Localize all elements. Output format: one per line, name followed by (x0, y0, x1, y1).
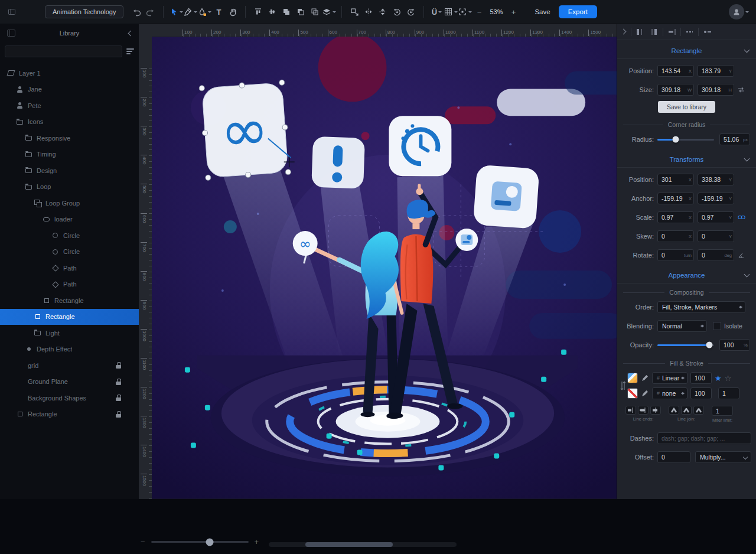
canvas-object-infinity-card[interactable]: ∞ (202, 82, 292, 177)
text-tool-button[interactable]: T (211, 4, 226, 19)
sidebar-toggle-icon[interactable] (5, 4, 19, 19)
lock-icon[interactable] (116, 395, 121, 401)
offset-field[interactable]: 0 (657, 451, 690, 463)
lock-icon[interactable] (116, 379, 121, 385)
layer-row-circle[interactable]: Circle (0, 227, 139, 244)
number-field[interactable]: 143.54X (657, 65, 694, 77)
sort-icon[interactable] (126, 48, 134, 54)
panel-expand-icon[interactable] (621, 29, 627, 35)
join-bevel-button[interactable] (693, 406, 704, 415)
favorite-star-icon[interactable]: ★ (715, 374, 722, 382)
stroke-preset-3-button[interactable] (666, 27, 677, 37)
canvas-object-exclamation-card[interactable] (311, 136, 365, 189)
grid-toggle-button[interactable] (444, 4, 458, 19)
align-middle-button[interactable] (265, 4, 279, 19)
fill-tool-button[interactable] (197, 4, 211, 19)
radius-field[interactable]: 51.06 px (719, 133, 750, 145)
select-tool-button[interactable] (169, 4, 183, 19)
number-field[interactable]: -159.19X (657, 193, 694, 204)
rotate-ccw-icon[interactable] (390, 4, 404, 19)
canvas-area[interactable]: 1002003004005006007008009001000110012001… (139, 24, 617, 499)
number-field[interactable]: 338.38Y (698, 174, 734, 185)
number-field[interactable]: 0Y (698, 230, 734, 242)
layer-row-loop[interactable]: Loop (0, 179, 139, 195)
zoom-in-button[interactable]: + (506, 4, 520, 19)
layer-row-design[interactable]: Design (0, 162, 139, 179)
boolean-subtract-button[interactable] (294, 4, 308, 19)
search-input[interactable] (5, 45, 122, 57)
cap-butt-button[interactable] (625, 406, 636, 415)
number-field[interactable]: 0.97X (657, 211, 694, 223)
miter-limit-field[interactable]: 1 (712, 406, 733, 416)
zoom-level-button[interactable]: 53% (486, 4, 506, 19)
fit-view-button[interactable] (458, 4, 472, 19)
zoom-in-small-button[interactable]: + (255, 537, 259, 546)
number-field[interactable]: 183.79Y (698, 65, 734, 77)
number-field[interactable]: 0deg (698, 249, 734, 261)
isolate-checkbox[interactable] (713, 322, 721, 330)
section-rectangle-header[interactable]: Rectangle (617, 43, 756, 59)
layer-row-layer-1[interactable]: Layer 1 (0, 65, 139, 82)
zoom-out-button[interactable]: − (472, 4, 486, 19)
zoom-out-small-button[interactable]: − (141, 537, 145, 546)
layer-row-pete[interactable]: Pete (0, 97, 139, 114)
save-to-library-button[interactable]: Save to library (658, 101, 715, 113)
stroke-preset-2-button[interactable] (649, 27, 660, 37)
section-appearance-header[interactable]: Appearance (617, 267, 756, 283)
reorder-icon[interactable] (619, 370, 627, 401)
undo-icon[interactable] (129, 4, 144, 19)
hand-tool-button[interactable] (226, 4, 240, 19)
offset-mode-dropdown[interactable]: Multiply... (695, 451, 751, 463)
layer-row-ground-plane[interactable]: Ground Plane (0, 374, 139, 390)
number-field[interactable]: 0turn (657, 249, 694, 261)
pen-tool-button[interactable] (183, 4, 197, 19)
canvas-object-clock-card[interactable] (389, 116, 451, 176)
stroke-preset-5-button[interactable] (702, 27, 713, 37)
align-top-button[interactable] (251, 4, 265, 19)
join-round-button[interactable] (681, 406, 692, 415)
cap-round-button[interactable] (638, 406, 649, 415)
section-transforms-header[interactable]: Transforms (617, 151, 756, 168)
layer-row-rectangle[interactable]: Rectangle (0, 292, 139, 309)
stroke-opacity-field[interactable]: 100 (690, 387, 712, 399)
layer-row-responsive[interactable]: Responsive (0, 130, 139, 146)
layer-row-rectangle[interactable]: Rectangle (0, 406, 139, 423)
fill-swatch[interactable] (627, 373, 638, 383)
number-field[interactable]: 0.97Y (698, 211, 734, 223)
fill-type-dropdown[interactable]: # Linear (652, 372, 687, 384)
bottom-zoom-slider[interactable] (151, 541, 249, 543)
number-field[interactable]: -159.19Y (698, 193, 734, 204)
blending-dropdown[interactable]: Normal (657, 320, 707, 332)
layer-row-background-shapes[interactable]: Background Shapes (0, 390, 139, 406)
layer-row-path[interactable]: Path (0, 260, 139, 276)
rotate-icon[interactable] (736, 252, 747, 259)
edit-stroke-icon[interactable] (641, 390, 649, 397)
scrollbar-thumb[interactable] (305, 542, 393, 547)
dashes-input[interactable] (657, 432, 751, 444)
lock-icon[interactable] (116, 362, 121, 369)
artboard-canvas[interactable]: ∞ (152, 37, 617, 499)
fill-opacity-field[interactable]: 100 (690, 372, 712, 384)
artboard[interactable]: ∞ (152, 37, 617, 499)
zoom-slider-knob[interactable] (206, 538, 213, 546)
boolean-union-button[interactable] (279, 4, 294, 19)
layer-row-jane[interactable]: Jane (0, 82, 139, 98)
link-icon[interactable] (736, 215, 747, 220)
opacity-slider[interactable] (657, 344, 714, 346)
number-field[interactable]: 301X (657, 174, 694, 185)
lock-icon[interactable] (116, 411, 121, 418)
save-button[interactable]: Save (530, 5, 555, 18)
layer-row-loop-group[interactable]: Loop Group (0, 195, 139, 211)
radius-slider[interactable] (657, 139, 714, 141)
layer-row-light[interactable]: Light (0, 325, 139, 341)
sync-icon[interactable] (736, 87, 747, 93)
rotate-cw-icon[interactable] (404, 4, 418, 19)
account-menu[interactable] (729, 4, 749, 19)
star-outline-icon[interactable]: ☆ (725, 374, 732, 382)
number-field[interactable]: 309.18W (657, 84, 694, 96)
motion-tool-button[interactable]: Ü (429, 4, 444, 19)
arrange-button[interactable] (322, 4, 336, 19)
order-dropdown[interactable]: Fill, Stroke, Markers (657, 301, 745, 313)
flip-vertical-icon[interactable] (376, 4, 390, 19)
layer-row-path[interactable]: Path (0, 276, 139, 293)
